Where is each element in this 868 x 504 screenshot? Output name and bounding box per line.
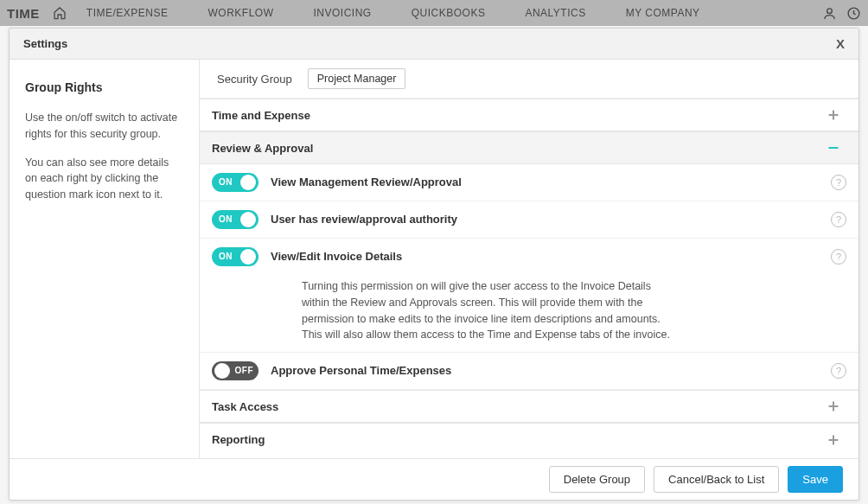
sidebar: Group Rights Use the on/off switch to ac… [10, 60, 200, 458]
nav-my-company: MY COMPANY [626, 7, 700, 19]
modal-title: Settings [23, 37, 67, 50]
rights-list: ON View Management Review/Approval ? ON … [200, 164, 858, 390]
nav-workflow: WORKFLOW [208, 7, 274, 19]
toggle-view-edit-invoice[interactable]: ON [212, 247, 258, 266]
right-description: Turning this permission on will give the… [271, 278, 677, 343]
toggle-view-management[interactable]: ON [212, 173, 258, 192]
clock-icon [846, 5, 861, 21]
section-label: Task Access [212, 400, 278, 413]
right-approve-personal: OFF Approve Personal Time/Expenses ? [200, 353, 858, 390]
section-label: Reporting [212, 433, 265, 446]
section-task-access[interactable]: Task Access [200, 390, 858, 423]
section-review-approval[interactable]: Review & Approval [200, 131, 858, 164]
cancel-button[interactable]: Cancel/Back to List [654, 466, 779, 493]
section-label: Time and Expense [212, 109, 310, 122]
right-label: View Management Review/Approval [271, 173, 822, 192]
nav-analytics: ANALYTICS [525, 7, 585, 19]
help-icon[interactable]: ? [831, 212, 846, 227]
user-icon [821, 5, 837, 21]
save-button[interactable]: Save [788, 466, 843, 493]
nav-invoicing: INVOICING [314, 7, 372, 19]
close-icon[interactable]: X [836, 36, 845, 51]
right-view-edit-invoice: ON View/Edit Invoice Details Turning thi… [200, 239, 858, 353]
home-icon [52, 5, 67, 21]
rights-panel: Security Group Project Manager Time and … [200, 60, 858, 458]
sidebar-text-1: Use the on/off switch to activate rights… [25, 110, 182, 143]
security-group-label: Security Group [217, 73, 292, 86]
help-icon[interactable]: ? [831, 175, 846, 190]
settings-modal: Settings X Group Rights Use the on/off s… [9, 28, 859, 501]
svg-point-0 [827, 8, 832, 13]
brand-logo: TIME [7, 6, 40, 21]
nav-time-expense: TIME/EXPENSE [86, 7, 169, 19]
nav-quickbooks: QUICKBOOKS [412, 7, 486, 19]
sidebar-text-2: You can also see more details on each ri… [25, 155, 182, 203]
security-group-row: Security Group Project Manager [200, 60, 858, 99]
right-label: User has review/approval authority [271, 210, 822, 229]
section-label: Review & Approval [212, 142, 313, 155]
delete-group-button[interactable]: Delete Group [549, 466, 645, 493]
modal-header: Settings X [10, 29, 858, 60]
minus-icon [824, 138, 843, 157]
section-time-expense[interactable]: Time and Expense [200, 99, 858, 131]
plus-icon [824, 397, 843, 416]
help-icon[interactable]: ? [831, 363, 846, 379]
section-reporting[interactable]: Reporting [200, 423, 858, 456]
help-icon[interactable]: ? [831, 249, 846, 265]
right-view-management: ON View Management Review/Approval ? [200, 164, 858, 201]
security-group-value[interactable]: Project Manager [308, 68, 406, 89]
toggle-approve-personal[interactable]: OFF [212, 361, 258, 380]
right-label: Approve Personal Time/Expenses [271, 361, 822, 380]
plus-icon [824, 105, 843, 124]
right-label: View/Edit Invoice Details [271, 247, 822, 266]
app-topbar: TIME TIME/EXPENSE WORKFLOW INVOICING QUI… [0, 0, 868, 26]
plus-icon [824, 431, 843, 450]
right-user-authority: ON User has review/approval authority ? [200, 201, 858, 239]
toggle-user-authority[interactable]: ON [212, 210, 258, 229]
modal-footer: Delete Group Cancel/Back to List Save [10, 458, 858, 500]
sidebar-heading: Group Rights [25, 80, 182, 94]
